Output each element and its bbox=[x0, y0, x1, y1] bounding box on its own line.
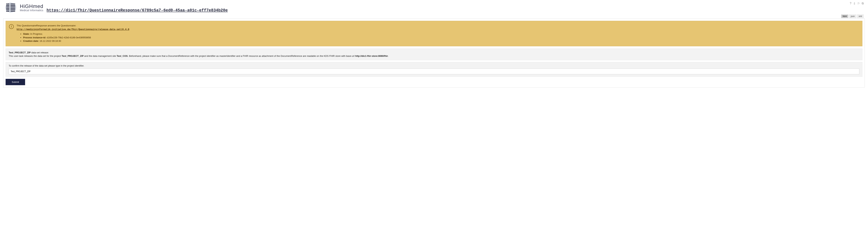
creation-value: 16.12.2022 09:18:30 bbox=[39, 39, 61, 42]
help-icon[interactable]: ? bbox=[850, 2, 851, 5]
svg-rect-9 bbox=[10, 6, 15, 7]
info-banner: i This QuestionnaireResponse answers the… bbox=[6, 21, 862, 46]
banner-process-row: Process instance-id: d165e158-79b2-42b0-… bbox=[23, 36, 129, 39]
svg-rect-10 bbox=[10, 8, 15, 9]
release-mid: and the data management site bbox=[84, 55, 117, 57]
highmed-logo-icon bbox=[4, 2, 17, 14]
info-content: This QuestionnaireResponse answers the Q… bbox=[17, 24, 129, 43]
copy-icon[interactable]: ⧉ bbox=[862, 2, 864, 5]
download-icon[interactable]: ⇩ bbox=[853, 2, 856, 5]
logo-text: HiGHmed Medical Informatics bbox=[20, 3, 43, 12]
logo-mark bbox=[4, 2, 17, 14]
tab-xml[interactable]: xml bbox=[857, 15, 864, 18]
main-panel: i This QuestionnaireResponse answers the… bbox=[3, 19, 865, 87]
svg-rect-6 bbox=[6, 11, 9, 11]
brand-hi: Hi bbox=[20, 3, 25, 9]
banner-creation-row: Creation date: 16.12.2022 09:18:30 bbox=[23, 39, 129, 43]
release-cos: Test_COS bbox=[117, 55, 128, 57]
svg-rect-2 bbox=[6, 5, 9, 6]
confirm-label: To confirm the release of the data-set p… bbox=[9, 64, 859, 67]
brand-name: HiGHmed bbox=[20, 3, 43, 9]
creation-label: Creation date: bbox=[23, 39, 39, 42]
header-action-icons: ? ⇩ ⚐ ⧉ bbox=[850, 2, 864, 5]
svg-rect-12 bbox=[10, 11, 15, 11]
format-tabs: html json xml bbox=[0, 15, 868, 19]
release-project-name: Test_PROJECT_ZIP bbox=[62, 55, 84, 57]
banner-intro: This QuestionnaireResponse answers the Q… bbox=[17, 24, 129, 27]
info-icon: i bbox=[9, 24, 14, 29]
process-label: Process instance-id: bbox=[23, 36, 46, 39]
release-pre: This user-task releases the data-set for… bbox=[9, 55, 62, 57]
submit-button[interactable]: Submit bbox=[6, 79, 25, 85]
svg-rect-3 bbox=[6, 6, 9, 7]
confirm-block: To confirm the release of the data-set p… bbox=[6, 62, 862, 77]
svg-rect-7 bbox=[10, 4, 15, 4]
svg-rect-4 bbox=[6, 8, 9, 9]
tab-json[interactable]: json bbox=[849, 15, 856, 18]
svg-rect-1 bbox=[6, 4, 9, 4]
bookmark-icon[interactable]: ⚐ bbox=[857, 2, 860, 5]
tab-html[interactable]: html bbox=[841, 15, 848, 18]
page-header: HiGHmed Medical Informatics https://dic1… bbox=[0, 0, 868, 15]
state-value: In Progress bbox=[30, 32, 42, 35]
svg-rect-5 bbox=[6, 9, 9, 10]
project-identifier-input[interactable] bbox=[9, 69, 859, 74]
brand-gh: GH bbox=[25, 3, 33, 9]
release-project-title: Test_PROJECT_ZIP bbox=[9, 51, 31, 54]
banner-state-row: State: In Progress bbox=[23, 32, 129, 36]
release-tail: . bbox=[388, 55, 389, 57]
state-label: State: bbox=[23, 32, 30, 35]
svg-rect-11 bbox=[10, 9, 15, 10]
brand-med: med bbox=[33, 3, 43, 9]
questionnaire-link[interactable]: http://medizininformatik-initiative.de/f… bbox=[17, 28, 129, 31]
release-post: . Beforehand, please make sure that a Do… bbox=[128, 55, 355, 57]
release-title-suffix: data-set release: bbox=[31, 51, 49, 54]
resource-url-link[interactable]: https://dic1/fhir/QuestionnaireResponse/… bbox=[46, 8, 228, 14]
release-description: Test_PROJECT_ZIP data-set release: This … bbox=[6, 49, 862, 60]
logo-block: HiGHmed Medical Informatics bbox=[4, 2, 43, 14]
brand-subtitle: Medical Informatics bbox=[20, 9, 43, 12]
process-value: d165e158-79b2-42b0-8186-0e436f959856 bbox=[47, 36, 91, 39]
svg-rect-8 bbox=[10, 5, 15, 6]
release-base-url: http://dic1-fhir-store:8080/fhir bbox=[355, 55, 388, 57]
